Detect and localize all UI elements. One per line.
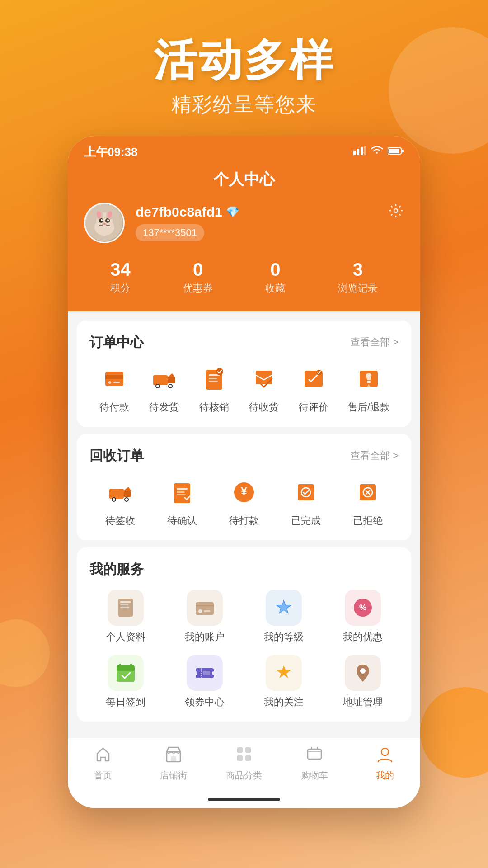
pending-receive-label: 待收货 <box>249 401 279 414</box>
home-indicator <box>68 793 420 808</box>
svg-point-43 <box>125 498 128 501</box>
pending-verify-label: 待核销 <box>199 401 229 414</box>
done-icon <box>290 476 322 509</box>
pending-confirm-label: 待确认 <box>167 514 197 528</box>
svg-point-16 <box>101 219 103 221</box>
recycle-pending-confirm[interactable]: 待确认 <box>166 476 198 528</box>
pending-ship-label: 待发货 <box>149 401 179 414</box>
discount-icon-box: % <box>345 590 381 626</box>
service-profile-label: 个人资料 <box>106 630 145 644</box>
user-info: de7fb0c8afd1 💎 137****3501 <box>136 204 404 241</box>
order-pending-ship[interactable]: 待发货 <box>148 363 180 414</box>
checkin-icon-box <box>108 655 144 691</box>
svg-rect-1 <box>357 149 359 155</box>
svg-rect-57 <box>120 607 129 608</box>
pending-payment-icon <box>98 363 131 395</box>
recycle-card-header: 回收订单 查看全部 > <box>89 447 399 465</box>
service-coupon-center-label: 领券中心 <box>185 695 225 709</box>
services-card-header: 我的服务 <box>89 560 399 579</box>
service-follow[interactable]: 我的关注 <box>248 655 319 709</box>
svg-rect-21 <box>105 375 123 379</box>
aftersale-icon <box>352 363 385 395</box>
svg-point-33 <box>216 368 223 375</box>
settings-icon[interactable] <box>388 203 404 222</box>
nav-cart[interactable]: 购物车 <box>279 745 350 782</box>
phone-header: 个人中心 <box>68 165 420 311</box>
pending-verify-icon <box>198 363 230 395</box>
svg-rect-75 <box>245 747 251 753</box>
follow-icon-box <box>266 655 302 691</box>
svg-rect-3 <box>364 146 366 155</box>
category-nav-icon <box>235 745 253 767</box>
svg-rect-39 <box>109 489 124 499</box>
avatar[interactable] <box>84 203 125 243</box>
coupon-center-icon-box <box>187 655 223 691</box>
svg-rect-50 <box>298 484 314 500</box>
service-follow-label: 我的关注 <box>264 695 304 709</box>
stat-points[interactable]: 34 积分 <box>110 259 131 295</box>
home-bar <box>208 798 280 801</box>
svg-rect-32 <box>209 381 218 382</box>
order-pending-review[interactable]: 待评价 <box>297 363 330 414</box>
stat-history[interactable]: 3 浏览记录 <box>338 259 378 295</box>
svg-point-59 <box>198 609 202 613</box>
mine-nav-icon <box>376 745 394 767</box>
nav-home-label: 首页 <box>94 769 112 782</box>
recycle-done[interactable]: 已完成 <box>290 476 322 528</box>
stat-favorites[interactable]: 0 收藏 <box>265 259 285 295</box>
service-address[interactable]: 地址管理 <box>327 655 399 709</box>
service-coupon-center[interactable]: 领券中心 <box>169 655 240 709</box>
recycle-view-all[interactable]: 查看全部 > <box>350 449 399 462</box>
recycle-pending-pay[interactable]: ¥ 待打款 <box>228 476 260 528</box>
pending-ship-icon <box>148 363 180 395</box>
home-nav-icon <box>94 745 112 767</box>
svg-point-18 <box>103 223 106 225</box>
svg-point-68 <box>194 671 197 675</box>
nav-home[interactable]: 首页 <box>68 745 138 782</box>
services-card: 我的服务 个人资料 <box>77 547 411 722</box>
svg-rect-24 <box>153 375 168 385</box>
nav-mine[interactable]: 我的 <box>350 745 420 782</box>
order-aftersale[interactable]: 售后/退款 <box>347 363 390 414</box>
pending-receive-icon <box>248 363 280 395</box>
order-pending-payment[interactable]: 待付款 <box>98 363 131 414</box>
svg-rect-44 <box>174 483 190 503</box>
svg-point-28 <box>169 385 172 387</box>
service-level[interactable]: 我的等级 <box>248 590 319 644</box>
nav-store-label: 店铺街 <box>160 769 187 782</box>
svg-point-79 <box>381 748 389 755</box>
page-header: 活动多样 精彩纷呈等您来 <box>154 0 334 136</box>
recycle-pending-sign[interactable]: 待签收 <box>104 476 136 528</box>
pending-pay-icon: ¥ <box>228 476 260 509</box>
svg-point-69 <box>212 671 216 675</box>
order-card: 订单中心 查看全部 > 待付款 <box>77 321 411 427</box>
stats-row: 34 积分 0 优惠券 0 收藏 3 浏览记录 <box>84 259 404 295</box>
svg-rect-65 <box>119 664 121 668</box>
service-level-label: 我的等级 <box>264 630 304 644</box>
nav-store[interactable]: 店铺街 <box>138 745 209 782</box>
user-phone[interactable]: 137****3501 <box>136 224 204 241</box>
battery-icon <box>388 146 404 158</box>
order-view-all[interactable]: 查看全部 > <box>350 335 399 349</box>
svg-rect-60 <box>204 610 210 612</box>
service-account-label: 我的账户 <box>185 630 225 644</box>
svg-rect-5 <box>389 149 399 153</box>
header-title: 个人中心 <box>84 169 404 190</box>
stat-coupons[interactable]: 0 优惠券 <box>183 259 213 295</box>
service-discount-label: 我的优惠 <box>343 630 383 644</box>
order-pending-verify[interactable]: 待核销 <box>198 363 230 414</box>
service-discount[interactable]: % 我的优惠 <box>327 590 399 644</box>
nav-category[interactable]: 商品分类 <box>209 745 279 782</box>
recycle-title: 回收订单 <box>89 447 144 465</box>
service-checkin[interactable]: 每日签到 <box>89 655 161 709</box>
order-pending-receive[interactable]: 待收货 <box>248 363 280 414</box>
signal-icon <box>353 146 366 158</box>
order-icons: 待付款 待发货 <box>89 363 399 414</box>
svg-rect-73 <box>171 756 176 762</box>
service-profile[interactable]: 个人资料 <box>89 590 161 644</box>
recycle-rejected[interactable]: 已拒绝 <box>352 476 384 528</box>
rejected-icon <box>352 476 384 509</box>
level-icon-box <box>266 590 302 626</box>
cart-nav-icon <box>306 745 323 767</box>
service-account[interactable]: 我的账户 <box>169 590 240 644</box>
